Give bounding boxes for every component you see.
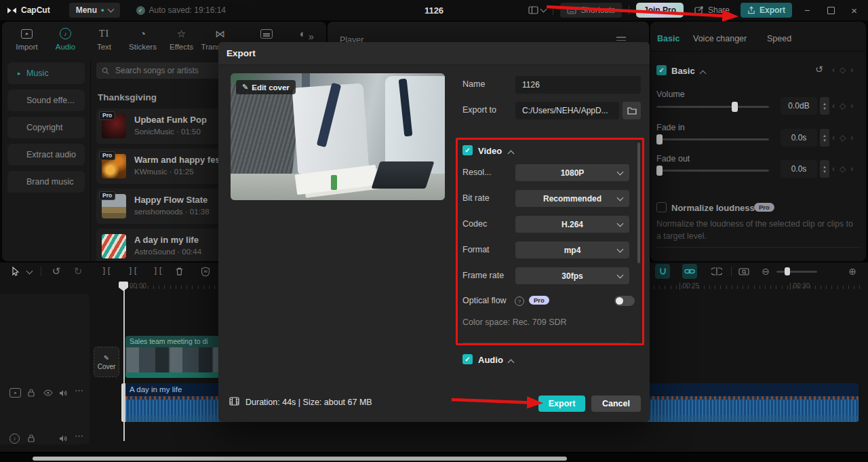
- bitrate-select[interactable]: Recommended: [515, 190, 629, 207]
- export-name-input[interactable]: [515, 76, 641, 94]
- lock-icon[interactable]: [27, 434, 35, 442]
- more-icon[interactable]: ⋯: [75, 431, 83, 441]
- audio-section-checkbox[interactable]: ✓: [462, 354, 473, 364]
- maximize-button[interactable]: [822, 7, 840, 14]
- cancel-button[interactable]: Cancel: [591, 396, 641, 412]
- sidebar-item-music[interactable]: ▸ Music: [7, 62, 85, 84]
- sidebar-item-sound-effects[interactable]: Sound effe...: [7, 90, 85, 111]
- step-up-icon[interactable]: ▴: [823, 164, 826, 169]
- tab-voice-changer[interactable]: Voice changer: [693, 34, 747, 43]
- keyframe-diamond-icon[interactable]: ◇: [840, 65, 846, 75]
- fade-out-value[interactable]: 0.0s: [781, 160, 817, 178]
- fade-out-slider[interactable]: [656, 170, 769, 172]
- edit-cover-button[interactable]: ✎ Edit cover: [236, 80, 296, 94]
- keyframe-diamond-icon[interactable]: ◇: [840, 101, 846, 111]
- speaker-icon[interactable]: [59, 435, 68, 442]
- export-top-button[interactable]: Export: [741, 3, 792, 18]
- tab-filters[interactable]: ◐: [283, 22, 322, 39]
- collapse-icon[interactable]: [508, 151, 515, 157]
- codec-select[interactable]: H.264: [515, 216, 629, 233]
- step-down-icon[interactable]: ▾: [823, 169, 826, 174]
- fade-in-slider-thumb[interactable]: [656, 134, 663, 145]
- delete-right-button[interactable]: ][: [151, 264, 165, 279]
- sidebar-item-brand-music[interactable]: Brand music: [7, 171, 85, 193]
- tab-text[interactable]: TI Text: [85, 22, 123, 51]
- browse-folder-button[interactable]: [623, 102, 641, 119]
- link-clips-button[interactable]: [682, 264, 697, 279]
- join-pro-button[interactable]: Join Pro: [636, 3, 684, 18]
- timeline-zoom-thumb[interactable]: [785, 267, 790, 275]
- speaker-icon[interactable]: [59, 389, 68, 397]
- keyframe-prev-icon[interactable]: ‹: [832, 65, 835, 75]
- framerate-select[interactable]: 30fps: [515, 267, 629, 284]
- tab-import[interactable]: ▸ Import: [7, 22, 46, 51]
- delete-left-button[interactable]: ][: [125, 264, 140, 279]
- video-section-checkbox[interactable]: ✓: [462, 145, 473, 155]
- collapse-icon[interactable]: [508, 360, 515, 366]
- tab-basic[interactable]: Basic: [657, 34, 679, 43]
- tab-captions[interactable]: [247, 22, 285, 39]
- keyframe-next-icon[interactable]: ›: [850, 164, 853, 174]
- normalize-loudness-checkbox[interactable]: [656, 202, 667, 212]
- shortcuts-button[interactable]: Shortcuts: [560, 3, 622, 18]
- step-down-icon[interactable]: ▾: [823, 106, 826, 111]
- fade-in-value[interactable]: 0.0s: [781, 129, 817, 147]
- zoom-in-button[interactable]: ⊕: [845, 264, 860, 279]
- fade-in-slider[interactable]: [656, 138, 769, 140]
- volume-value[interactable]: 0.0dB: [781, 97, 817, 115]
- redo-button[interactable]: ↻: [71, 264, 85, 279]
- format-select[interactable]: mp4: [515, 242, 629, 258]
- player-menu-icon[interactable]: [616, 37, 626, 41]
- keyframe-diamond-icon[interactable]: ◇: [840, 133, 846, 142]
- tab-stickers[interactable]: ◔ Stickers: [123, 22, 162, 51]
- share-button[interactable]: Share: [690, 5, 734, 15]
- collapse-icon[interactable]: [700, 71, 707, 77]
- step-up-icon[interactable]: ▴: [823, 133, 826, 138]
- dialog-scrollbar[interactable]: [637, 142, 640, 263]
- fade-out-slider-thumb[interactable]: [656, 166, 663, 176]
- horizontal-scrollbar[interactable]: [33, 457, 567, 461]
- more-tabs-icon[interactable]: »: [309, 31, 314, 42]
- export-confirm-button[interactable]: Export: [538, 396, 585, 412]
- keyframe-controls[interactable]: ‹ ◇ ›: [832, 65, 853, 75]
- layout-switch-button[interactable]: [528, 6, 546, 14]
- lock-icon[interactable]: [27, 388, 35, 397]
- volume-stepper[interactable]: ▴ ▾: [820, 97, 829, 115]
- cover-button[interactable]: ✎ Cover: [94, 347, 119, 377]
- step-up-icon[interactable]: ▴: [823, 101, 826, 106]
- preview-frame-button[interactable]: [736, 264, 751, 279]
- optical-flow-toggle[interactable]: [614, 296, 635, 306]
- step-down-icon[interactable]: ▾: [823, 138, 826, 142]
- keyframe-next-icon[interactable]: ›: [850, 65, 853, 75]
- keyframe-prev-icon[interactable]: ‹: [832, 133, 835, 142]
- sidebar-item-extract-audio[interactable]: Extract audio: [7, 144, 85, 166]
- sidebar-item-copyright[interactable]: Copyright: [7, 117, 85, 138]
- tab-speed[interactable]: Speed: [767, 34, 791, 43]
- keyframe-controls[interactable]: ‹ ◇ ›: [832, 101, 853, 111]
- more-icon[interactable]: ⋯: [75, 385, 83, 396]
- keyframe-controls[interactable]: ‹ ◇ ›: [832, 164, 853, 174]
- keyframe-prev-icon[interactable]: ‹: [832, 101, 835, 111]
- volume-slider-thumb[interactable]: [732, 102, 738, 112]
- info-icon[interactable]: ?: [515, 296, 524, 306]
- split-button[interactable]: ][: [99, 264, 114, 279]
- select-tool-dropdown-icon[interactable]: [26, 268, 33, 275]
- select-tool-button[interactable]: [8, 264, 23, 279]
- basic-section-checkbox[interactable]: ✓: [656, 65, 667, 75]
- resolution-select[interactable]: 1080P: [515, 164, 629, 181]
- export-path-input[interactable]: [515, 102, 619, 119]
- delete-button[interactable]: [172, 264, 186, 279]
- minimize-button[interactable]: −: [799, 5, 815, 16]
- eye-icon[interactable]: [43, 389, 53, 396]
- timeline-zoom-slider[interactable]: [776, 271, 817, 273]
- fade-in-stepper[interactable]: ▴ ▾: [820, 129, 829, 147]
- reset-icon[interactable]: ↺: [815, 64, 823, 75]
- close-button[interactable]: ×: [847, 5, 863, 16]
- keyframe-next-icon[interactable]: ›: [850, 101, 853, 111]
- fade-out-stepper[interactable]: ▴ ▾: [820, 160, 829, 178]
- zoom-out-button[interactable]: ⊖: [758, 264, 773, 279]
- tab-audio[interactable]: ♪ Audio: [46, 22, 85, 51]
- overlap-mode-button[interactable]: [709, 264, 724, 279]
- playhead-line[interactable]: [123, 282, 125, 441]
- playhead-handle[interactable]: [119, 282, 128, 291]
